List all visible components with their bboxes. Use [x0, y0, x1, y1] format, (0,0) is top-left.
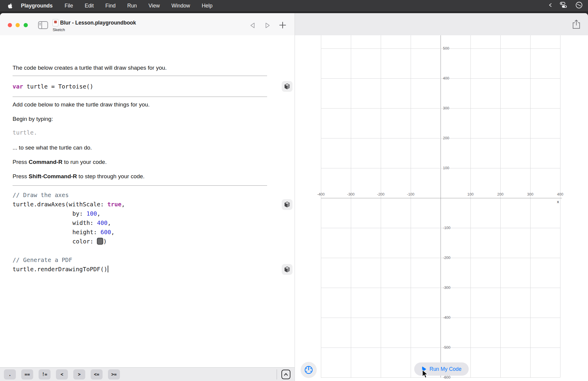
gridline-horizontal	[321, 288, 560, 288]
code-token: ,	[121, 201, 125, 208]
menu-item-run[interactable]: Run	[127, 3, 137, 9]
key-less-than[interactable]: <	[56, 369, 68, 380]
menu-item-edit[interactable]: Edit	[85, 3, 94, 9]
run-step-button[interactable]	[263, 22, 271, 29]
y-axis-tick-label: 400	[443, 76, 449, 80]
mouse-cursor	[422, 370, 428, 380]
gridline-horizontal	[321, 377, 560, 378]
dismiss-keyboard-button[interactable]	[281, 370, 290, 379]
x-axis-tick-label: 100	[467, 192, 474, 196]
gridline-vertical	[500, 35, 501, 377]
chevron-left-icon[interactable]	[549, 3, 552, 9]
y-axis-tick-label: 200	[443, 136, 449, 140]
y-axis-tick-label: 100	[443, 166, 449, 170]
gridline-vertical	[470, 35, 471, 377]
code-shortcut-bar: . == != < > <= >=	[0, 367, 295, 381]
menubar-status-icons	[549, 0, 583, 11]
gridline-vertical	[381, 35, 381, 377]
lesson-paragraph: Press Command-R to run your code.	[13, 158, 107, 166]
share-button[interactable]	[572, 19, 581, 30]
key-not-equals[interactable]: !=	[39, 369, 51, 380]
liveview-toolbar	[295, 13, 588, 35]
key-combo: Shift-Command-R	[29, 173, 77, 179]
lesson-paragraph: The code below creates a turtle that wil…	[13, 64, 167, 72]
apple-menu-icon[interactable]	[8, 3, 13, 9]
code-token: ,	[97, 210, 100, 217]
x-axis-tick-label: 300	[527, 192, 534, 196]
result-cube-button[interactable]	[282, 264, 293, 275]
close-button[interactable]	[8, 23, 12, 27]
menu-item-help[interactable]: Help	[202, 3, 212, 9]
code-block-render-pdf[interactable]: // Generate a PDF turtle.renderDrawingTo…	[13, 255, 108, 274]
gridline-horizontal	[321, 168, 560, 168]
key-equals[interactable]: ==	[21, 369, 33, 380]
y-axis-tick-label: -200	[443, 256, 450, 260]
code-number: 100	[86, 210, 97, 217]
separator-rule	[13, 76, 267, 76]
x-axis-tick-label: -200	[377, 192, 384, 196]
gridline-vertical	[411, 35, 411, 377]
lesson-paragraph: Press Shift-Command-R to step through yo…	[13, 173, 144, 180]
key-less-equal[interactable]: <=	[91, 369, 103, 380]
gridline-vertical	[321, 35, 321, 377]
y-axis-line	[441, 35, 441, 377]
control-center-icon[interactable]	[559, 2, 568, 10]
text-cursor	[108, 266, 108, 272]
y-axis-tick-label: -100	[443, 226, 450, 230]
key-dot[interactable]: .	[4, 369, 16, 380]
code-token: width:	[72, 220, 97, 226]
code-token: )	[103, 238, 107, 245]
playgrounds-window: Blur - Lesson.playgroundbook Sketch The …	[0, 13, 588, 381]
gridline-horizontal	[321, 258, 560, 258]
key-combo: Command-R	[29, 159, 63, 165]
shortcut-bar-divider	[277, 369, 277, 380]
menu-item-view[interactable]: View	[149, 3, 160, 9]
color-literal-swatch[interactable]	[97, 238, 103, 245]
code-token: color:	[72, 238, 97, 245]
x-axis-tick-label: -300	[347, 192, 354, 196]
code-token: by:	[72, 210, 86, 217]
result-cube-button[interactable]	[282, 81, 293, 92]
gridline-vertical	[351, 35, 351, 377]
source-editor[interactable]: The code below creates a turtle that wil…	[0, 35, 295, 367]
gridline-vertical	[530, 35, 531, 377]
y-axis-tick-label: -300	[443, 286, 450, 290]
menu-item-find[interactable]: Find	[105, 3, 115, 9]
focus-mode-icon[interactable]	[575, 1, 583, 10]
x-axis-tick-label: -100	[407, 192, 414, 196]
code-token: height:	[72, 229, 100, 236]
code-token: turtle = Tortoise()	[23, 83, 93, 90]
code-block-draw-axes[interactable]: // Draw the axes turtle.drawAxes(withSca…	[13, 190, 125, 246]
code-token: turtle.drawAxes(withScale:	[13, 201, 107, 208]
window-title: Blur - Lesson.playgroundbook	[60, 20, 136, 26]
separator-rule	[13, 97, 267, 97]
gridline-horizontal	[321, 108, 560, 109]
add-button[interactable]	[279, 21, 287, 29]
sidebar-toggle-button[interactable]	[38, 21, 48, 29]
live-view-canvas: -400-300-200-100100200300400500400300200…	[295, 35, 588, 381]
code-comment: // Draw the axes	[13, 192, 69, 199]
key-greater-equal[interactable]: >=	[108, 369, 120, 380]
code-number: 600	[100, 229, 111, 236]
gridline-horizontal	[321, 78, 560, 79]
code-line-declaration[interactable]: var turtle = Tortoise()	[13, 82, 93, 91]
zoom-button[interactable]	[24, 23, 28, 27]
menu-item-file[interactable]: File	[65, 3, 73, 9]
menu-item-window[interactable]: Window	[171, 3, 190, 9]
menubar-app-name[interactable]: Playgrounds	[21, 3, 53, 9]
run-my-code-label: Run My Code	[429, 366, 461, 372]
code-token: ,	[107, 220, 111, 226]
key-greater-than[interactable]: >	[73, 369, 85, 380]
step-back-button[interactable]	[249, 22, 257, 29]
gridline-horizontal	[321, 138, 560, 138]
result-cube-button[interactable]	[282, 199, 293, 210]
x-axis-tick-label: 400	[557, 192, 563, 196]
gridline-vertical	[560, 35, 560, 377]
gridline-horizontal	[321, 48, 560, 49]
minimize-button[interactable]	[16, 23, 20, 27]
x-axis-line	[321, 198, 562, 198]
gridline-horizontal	[321, 228, 560, 228]
code-keyword: var	[13, 83, 23, 90]
gridline-horizontal	[321, 318, 560, 318]
speed-gauge-button[interactable]	[301, 362, 317, 378]
